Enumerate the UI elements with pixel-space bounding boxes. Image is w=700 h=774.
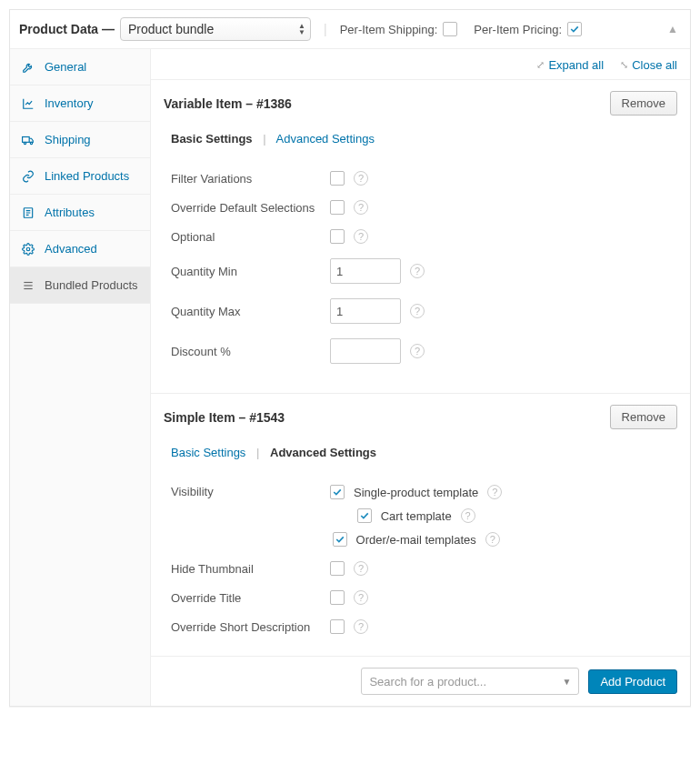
help-icon[interactable]: ? — [354, 590, 368, 605]
help-icon[interactable]: ? — [485, 532, 500, 547]
chart-icon — [21, 97, 35, 110]
product-type-select[interactable]: Product bundle — [120, 17, 311, 41]
note-icon — [21, 206, 35, 219]
tab-basic-settings[interactable]: Basic Settings — [171, 132, 253, 146]
sidebar: General Inventory Shipping Linked Produc… — [10, 49, 151, 706]
visibility-single-product-checkbox[interactable] — [330, 485, 345, 499]
optional-checkbox[interactable] — [330, 229, 345, 244]
sidebar-item-label: Inventory — [45, 96, 93, 110]
remove-item-button[interactable]: Remove — [610, 91, 677, 116]
product-type-select-wrap: Product bundle ▲▼ — [120, 17, 311, 41]
bundled-item: Simple Item – #1543 Remove Basic Setting… — [151, 393, 690, 656]
footer: Search for a product... ▼ Add Product — [151, 656, 690, 706]
visibility-order-email-checkbox[interactable] — [333, 532, 347, 547]
close-all-link[interactable]: ⤡ Close all — [620, 58, 677, 72]
help-icon[interactable]: ? — [354, 561, 368, 576]
panel-collapse-toggle[interactable]: ▲ — [665, 21, 681, 37]
sidebar-item-linked-products[interactable]: Linked Products — [10, 158, 150, 195]
sidebar-item-label: Shipping — [45, 133, 91, 146]
per-item-pricing-label: Per-Item Pricing: — [474, 23, 562, 36]
override-short-desc-checkbox[interactable] — [330, 619, 345, 634]
sidebar-item-general[interactable]: General — [10, 49, 150, 85]
help-icon[interactable]: ? — [354, 229, 368, 244]
visibility-label: Visibility — [171, 485, 330, 498]
filter-variations-label: Filter Variations — [171, 172, 330, 186]
toolbar: ⤢ Expand all ⤡ Close all — [151, 49, 690, 72]
help-icon[interactable]: ? — [354, 619, 368, 634]
quantity-min-label: Quantity Min — [171, 265, 330, 278]
tab-advanced-settings[interactable]: Advanced Settings — [270, 446, 376, 459]
sidebar-item-shipping[interactable]: Shipping — [10, 122, 150, 158]
override-short-desc-label: Override Short Description — [171, 620, 330, 634]
discount-label: Discount % — [171, 345, 330, 358]
quantity-min-input[interactable] — [330, 258, 401, 284]
quantity-max-label: Quantity Max — [171, 305, 330, 318]
product-search-placeholder: Search for a product... — [369, 675, 486, 689]
override-default-selections-checkbox[interactable] — [330, 200, 345, 215]
link-icon — [21, 170, 35, 183]
sidebar-item-advanced[interactable]: Advanced — [10, 231, 150, 267]
help-icon[interactable]: ? — [410, 304, 425, 318]
optional-label: Optional — [171, 230, 330, 244]
caret-down-icon: ▼ — [563, 677, 572, 687]
per-item-shipping-checkbox[interactable] — [443, 22, 457, 36]
tab-advanced-settings[interactable]: Advanced Settings — [276, 132, 375, 146]
svg-point-2 — [30, 142, 32, 144]
visibility-order-email-label: Order/e-mail templates — [356, 533, 476, 547]
svg-rect-0 — [23, 136, 30, 142]
truck-icon — [21, 134, 35, 146]
bundled-item-title: Simple Item – #1543 — [164, 410, 285, 425]
visibility-single-product-label: Single-product template — [354, 486, 478, 499]
sidebar-item-bundled-products[interactable]: Bundled Products — [10, 267, 150, 304]
hide-thumbnail-checkbox[interactable] — [330, 561, 345, 576]
filter-variations-checkbox[interactable] — [330, 171, 345, 186]
bundled-item-title: Variable Item – #1386 — [164, 96, 292, 111]
main-content: ⤢ Expand all ⤡ Close all Variable Item –… — [151, 49, 690, 706]
help-icon[interactable]: ? — [354, 171, 368, 186]
item-tabs: Basic Settings | Advanced Settings — [171, 446, 677, 459]
product-search-select[interactable]: Search for a product... ▼ — [361, 668, 579, 695]
per-item-shipping-label: Per-Item Shipping: — [340, 23, 438, 36]
override-title-checkbox[interactable] — [330, 590, 345, 605]
item-tabs: Basic Settings | Advanced Settings — [171, 132, 677, 146]
sidebar-item-label: Advanced — [45, 242, 97, 256]
discount-input[interactable] — [330, 338, 401, 364]
sidebar-item-attributes[interactable]: Attributes — [10, 195, 150, 231]
help-icon[interactable]: ? — [410, 264, 425, 278]
help-icon[interactable]: ? — [487, 485, 502, 499]
sidebar-item-label: Bundled Products — [45, 278, 138, 292]
override-default-selections-label: Override Default Selections — [171, 201, 330, 215]
expand-all-link[interactable]: ⤢ Expand all — [536, 58, 604, 72]
override-title-label: Override Title — [171, 591, 330, 605]
svg-point-4 — [26, 247, 30, 251]
product-data-panel: Product Data — Product bundle ▲▼ | Per-I… — [9, 9, 691, 707]
list-icon — [21, 279, 35, 292]
sidebar-item-label: Linked Products — [45, 169, 129, 183]
gear-icon — [21, 243, 35, 256]
svg-point-1 — [24, 142, 25, 144]
help-icon[interactable]: ? — [354, 200, 368, 215]
help-icon[interactable]: ? — [461, 508, 475, 523]
add-product-button[interactable]: Add Product — [588, 669, 677, 694]
hide-thumbnail-label: Hide Thumbnail — [171, 562, 330, 576]
per-item-pricing-checkbox[interactable] — [567, 22, 582, 36]
panel-header: Product Data — Product bundle ▲▼ | Per-I… — [10, 10, 690, 49]
help-icon[interactable]: ? — [410, 344, 425, 358]
wrench-icon — [21, 61, 35, 74]
collapse-icon: ⤡ — [620, 59, 628, 71]
bundled-item: Variable Item – #1386 Remove Basic Setti… — [151, 79, 690, 386]
quantity-max-input[interactable] — [330, 298, 401, 324]
panel-title: Product Data — — [19, 22, 115, 36]
tab-basic-settings[interactable]: Basic Settings — [171, 446, 245, 459]
panel-body: General Inventory Shipping Linked Produc… — [10, 49, 690, 706]
sidebar-item-label: Attributes — [45, 206, 95, 219]
visibility-cart-label: Cart template — [381, 509, 452, 523]
sidebar-item-label: General — [45, 60, 86, 74]
sidebar-item-inventory[interactable]: Inventory — [10, 85, 150, 122]
visibility-cart-checkbox[interactable] — [357, 508, 372, 523]
expand-icon: ⤢ — [536, 59, 545, 71]
remove-item-button[interactable]: Remove — [610, 405, 677, 429]
